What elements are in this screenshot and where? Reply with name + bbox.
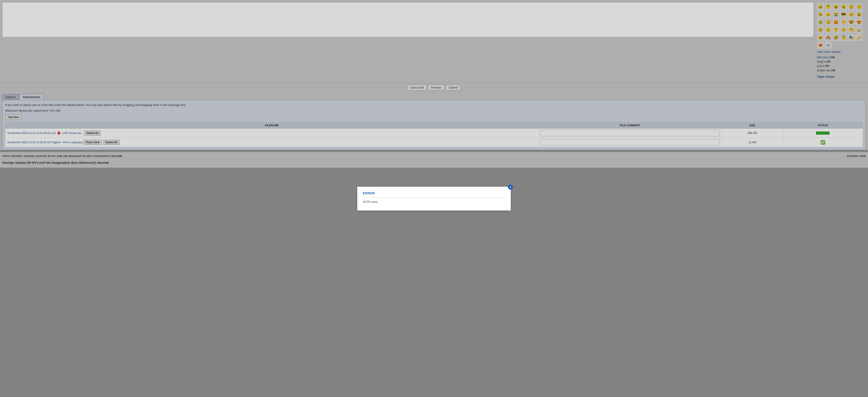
error-modal: × ERROR HTTP error. [357,187,511,210]
modal-overlay: × ERROR HTTP error. [0,0,868,397]
modal-error-message: HTTP error. [363,200,505,204]
modal-close-button[interactable]: × [508,185,513,190]
modal-error-title: ERROR [363,191,505,197]
